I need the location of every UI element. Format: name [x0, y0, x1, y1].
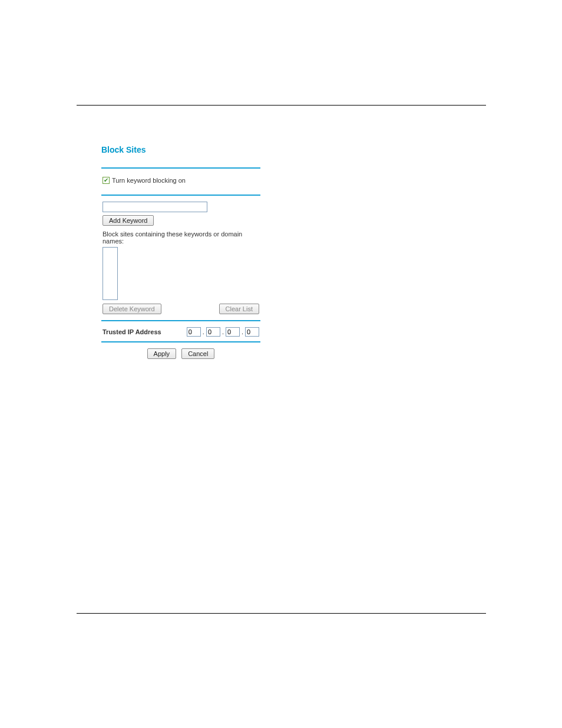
add-keyword-section: Add Keyword Block sites containing these… [101, 196, 260, 320]
apply-button[interactable]: Apply [147, 348, 177, 359]
ip-octet-1[interactable] [187, 327, 201, 337]
keyword-listbox[interactable] [103, 247, 118, 300]
keyword-blocking-label: Turn keyword blocking on [112, 177, 186, 184]
ip-octet-4[interactable] [245, 327, 259, 337]
page-top-rule [77, 105, 486, 106]
ip-octet-3[interactable] [226, 327, 240, 337]
cancel-button[interactable]: Cancel [181, 348, 214, 359]
ip-octet-2[interactable] [206, 327, 220, 337]
blocklist-label: Block sites containing these keywords or… [103, 230, 259, 245]
dot-icon: . [222, 328, 224, 335]
delete-keyword-button[interactable]: Delete Keyword [103, 304, 161, 314]
dot-icon: . [202, 328, 205, 335]
block-sites-panel: Block Sites ✔ Turn keyword blocking on A… [101, 145, 260, 365]
keyword-blocking-checkbox[interactable]: ✔ [103, 177, 110, 184]
keyword-input[interactable] [103, 202, 207, 212]
panel-title: Block Sites [101, 145, 260, 154]
trusted-ip-label: Trusted IP Address [103, 328, 161, 335]
keyword-actions: Delete Keyword Clear List [103, 304, 259, 314]
checkbox-section: ✔ Turn keyword blocking on [101, 169, 260, 195]
add-keyword-button[interactable]: Add Keyword [103, 215, 154, 226]
page-bottom-rule [77, 613, 486, 614]
dot-icon: . [241, 328, 244, 335]
clear-list-button[interactable]: Clear List [219, 304, 259, 314]
keyword-blocking-row: ✔ Turn keyword blocking on [103, 174, 259, 189]
trusted-ip-row: Trusted IP Address . . . [101, 321, 260, 341]
trusted-ip-fields: . . . [187, 327, 259, 337]
action-row: Apply Cancel [101, 342, 260, 365]
